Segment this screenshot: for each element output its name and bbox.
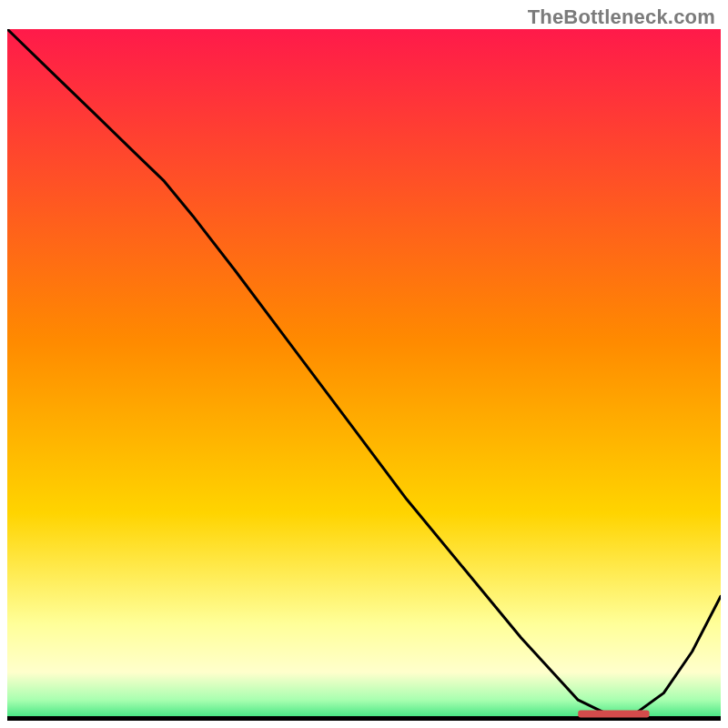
bottleneck-chart bbox=[7, 29, 721, 721]
chart-stage: TheBottleneck.com bbox=[0, 0, 728, 728]
optimal-band-marker bbox=[578, 710, 649, 717]
watermark-text: TheBottleneck.com bbox=[528, 5, 715, 29]
